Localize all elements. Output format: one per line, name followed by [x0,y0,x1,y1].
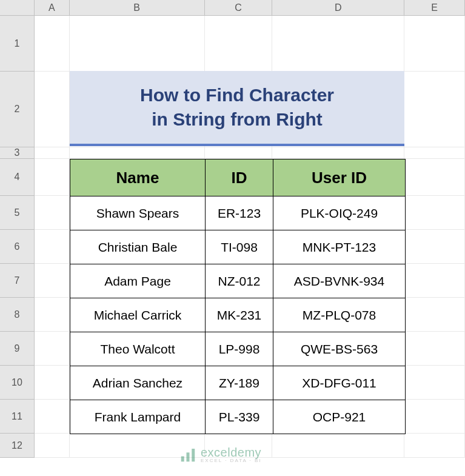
cell-A9[interactable] [35,332,70,366]
watermark-sub: EXCEL · DATA · BI [201,458,262,463]
cell-A6[interactable] [35,230,70,264]
row-header-3[interactable]: 3 [0,147,35,159]
svg-rect-1 [187,452,190,461]
cell-id[interactable]: ZY-189 [206,366,273,400]
cell-id[interactable]: NZ-012 [206,264,273,298]
cell-A3[interactable] [35,147,70,159]
table-row: Shawn Spears ER-123 PLK-OIQ-249 [70,196,406,230]
cell-A1[interactable] [35,16,70,72]
cell-B3[interactable] [70,147,205,159]
cell-E2[interactable] [404,72,465,147]
cell-A10[interactable] [35,366,70,400]
cell-B1[interactable] [70,16,205,72]
cell-name[interactable]: Christian Bale [70,230,206,264]
cell-E11[interactable] [404,400,465,434]
header-name[interactable]: Name [70,159,206,196]
row-header-4[interactable]: 4 [0,159,35,196]
cell-A8[interactable] [35,298,70,332]
row-header-10[interactable]: 10 [0,366,35,400]
cell-name[interactable]: Theo Walcott [70,332,206,366]
cell-E12[interactable] [404,434,465,458]
cell-E3[interactable] [404,147,465,159]
header-id[interactable]: ID [206,159,273,196]
cell-name[interactable]: Adrian Sanchez [70,366,206,400]
row-header-11[interactable]: 11 [0,400,35,434]
column-header-D[interactable]: D [272,0,404,15]
cell-id[interactable]: LP-998 [206,332,273,366]
cell-E7[interactable] [404,264,465,298]
row-header-8[interactable]: 8 [0,298,35,332]
cell-E10[interactable] [404,366,465,400]
cell-user-id[interactable]: XD-DFG-011 [273,366,406,400]
select-all-corner[interactable] [0,0,35,15]
cell-name[interactable]: Shawn Spears [70,196,206,230]
cell-E5[interactable] [404,196,465,230]
cell-D12[interactable] [272,434,404,458]
column-header-C[interactable]: C [205,0,273,15]
column-header-B[interactable]: B [70,0,205,15]
table-row: Theo Walcott LP-998 QWE-BS-563 [70,332,406,366]
table-row: Frank Lampard PL-339 OCP-921 [70,400,406,434]
column-headers-row: A B C D E [0,0,465,16]
cell-E8[interactable] [404,298,465,332]
data-table: Name ID User ID Shawn Spears ER-123 PLK-… [70,159,406,434]
cell-E6[interactable] [404,230,465,264]
cell-A5[interactable] [35,196,70,230]
cell-name[interactable]: Michael Carrick [70,298,206,332]
cell-A7[interactable] [35,264,70,298]
chart-icon [179,446,197,464]
header-user-id[interactable]: User ID [273,159,406,196]
watermark-main: exceldemy [201,446,262,458]
title-line1: How to Find Character [140,83,334,108]
watermark: exceldemy EXCEL · DATA · BI [179,446,262,464]
cell-user-id[interactable]: MZ-PLQ-078 [273,298,406,332]
cell-id[interactable]: TI-098 [206,230,273,264]
cell-id[interactable]: MK-231 [206,298,273,332]
svg-rect-2 [192,449,195,461]
table-row: Adam Page NZ-012 ASD-BVNK-934 [70,264,406,298]
row-header-12[interactable]: 12 [0,434,35,458]
table-row: Adrian Sanchez ZY-189 XD-DFG-011 [70,366,406,400]
cell-user-id[interactable]: PLK-OIQ-249 [273,196,406,230]
cell-name[interactable]: Frank Lampard [70,400,206,434]
table-header-row: Name ID User ID [70,159,406,196]
row-header-1[interactable]: 1 [0,16,35,72]
cell-D3[interactable] [272,147,404,159]
cell-E1[interactable] [404,16,465,72]
row-header-9[interactable]: 9 [0,332,35,366]
row-header-6[interactable]: 6 [0,230,35,264]
cell-C1[interactable] [205,16,273,72]
cell-user-id[interactable]: QWE-BS-563 [273,332,406,366]
cell-C3[interactable] [205,147,273,159]
cell-A11[interactable] [35,400,70,434]
spreadsheet-grid: A B C D E 1 2 3 4 5 6 7 8 9 10 11 12 How… [0,0,465,476]
cell-A12[interactable] [35,434,70,458]
cell-user-id[interactable]: MNK-PT-123 [273,230,406,264]
title-line2: in String from Right [152,107,323,132]
cell-name[interactable]: Adam Page [70,264,206,298]
cell-user-id[interactable]: OCP-921 [273,400,406,434]
cell-id[interactable]: PL-339 [206,400,273,434]
cell-user-id[interactable]: ASD-BVNK-934 [273,264,406,298]
cell-id[interactable]: ER-123 [206,196,273,230]
table-row: Christian Bale TI-098 MNK-PT-123 [70,230,406,264]
table-row: Michael Carrick MK-231 MZ-PLQ-078 [70,298,406,332]
title-merged-cell[interactable]: How to Find Character in String from Rig… [70,71,404,146]
column-header-A[interactable]: A [35,0,70,15]
column-header-E[interactable]: E [404,0,465,15]
cell-E4[interactable] [404,159,465,196]
row-header-5[interactable]: 5 [0,196,35,230]
svg-rect-0 [181,457,184,462]
cell-A2[interactable] [35,72,70,147]
cell-E9[interactable] [404,332,465,366]
cell-A4[interactable] [35,159,70,196]
row-header-7[interactable]: 7 [0,264,35,298]
row-header-2[interactable]: 2 [0,72,35,147]
cell-D1[interactable] [272,16,404,72]
